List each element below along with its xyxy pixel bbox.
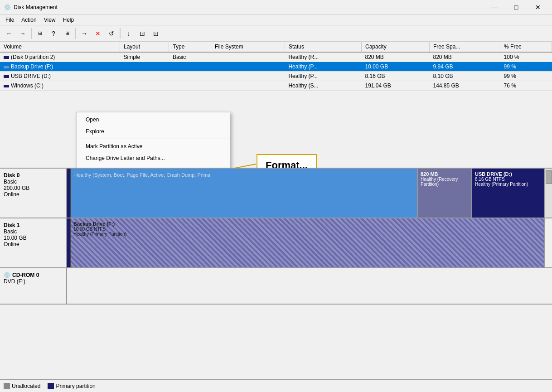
- disk-1-partition-backup[interactable]: Backup Drive (F:) 10.00 GB NTFS Healthy …: [71, 218, 545, 267]
- cell-type: Basic: [169, 52, 211, 62]
- disk-0-partition-usb[interactable]: USB DRIVE (D:) 8.16 GB NTFS Healthy (Pri…: [472, 169, 545, 218]
- legend-unallocated-box: [4, 383, 10, 389]
- cell-fs: [211, 62, 285, 72]
- col-volume[interactable]: Volume: [0, 42, 120, 52]
- disk-0-label: Disk 0 Basic 200.00 GB Online: [0, 169, 67, 218]
- toolbar-btn-10[interactable]: ⊡: [136, 27, 149, 40]
- refresh-button[interactable]: ↺: [105, 27, 118, 40]
- disk-1-partitions: Backup Drive (F:) 10.00 GB NTFS Healthy …: [67, 218, 545, 267]
- toolbar-btn-3[interactable]: ⊞: [34, 27, 46, 40]
- table-row[interactable]: Backup Drive (F:) Healthy (P... 10.00 GB…: [0, 62, 552, 72]
- menu-help[interactable]: Help: [59, 16, 78, 24]
- maximize-button[interactable]: □: [506, 0, 527, 15]
- scroll-placeholder: [545, 218, 552, 267]
- disk-0-partition-c[interactable]: Healthy (System, Boot, Page File, Active…: [71, 169, 418, 218]
- cdrom-scroll-placeholder: [545, 268, 552, 304]
- disk-0-usb-status: Healthy (Primary Partition): [475, 182, 541, 187]
- table-row[interactable]: USB DRIVE (D:) Healthy (P... 8.16 GB 8.1…: [0, 72, 552, 81]
- disk-0-partition-recovery[interactable]: 820 MB Healthy (Recovery Partition): [418, 169, 472, 218]
- cell-volume: USB DRIVE (D:): [0, 72, 120, 81]
- toolbar-sep-3: [120, 28, 121, 39]
- ctx-mark-active[interactable]: Mark Partition as Active: [77, 140, 230, 152]
- window-title: Disk Management: [14, 4, 484, 10]
- cell-free: 820 MB: [429, 52, 500, 62]
- legend-primary-box: [48, 383, 54, 389]
- cell-free: 9.94 GB: [429, 62, 500, 72]
- delete-button[interactable]: ✕: [92, 27, 104, 40]
- app-icon: 💿: [4, 4, 11, 11]
- cell-pct: 76 %: [500, 81, 552, 91]
- cell-volume: Backup Drive (F:): [0, 62, 120, 72]
- cell-free: 144.85 GB: [429, 81, 500, 91]
- cell-status: Healthy (S...: [285, 81, 361, 91]
- toolbar-btn-11[interactable]: ⊡: [150, 27, 162, 40]
- ctx-sep-1: [77, 139, 230, 139]
- cell-layout: [120, 81, 169, 91]
- ctx-format[interactable]: Format...: [77, 164, 230, 169]
- col-status[interactable]: Status: [285, 42, 361, 52]
- cell-volume: (Disk 0 partition 2): [0, 52, 120, 62]
- cell-layout: [120, 72, 169, 81]
- disk-1-name: Disk 1: [4, 222, 63, 228]
- cdrom-name: CD-ROM 0: [12, 272, 39, 278]
- disk-1-backup-size: 10.00 GB NTFS: [73, 227, 541, 232]
- cell-capacity: 820 MB: [361, 52, 429, 62]
- col-type[interactable]: Type: [169, 42, 211, 52]
- col-pct[interactable]: % Free: [500, 42, 552, 52]
- disk-0-recovery-size: 820 MB: [421, 171, 469, 177]
- menu-bar: File Action View Help: [0, 15, 552, 25]
- col-capacity[interactable]: Capacity: [361, 42, 429, 52]
- cell-free: 8.10 GB: [429, 72, 500, 81]
- cell-capacity: 10.00 GB: [361, 62, 429, 72]
- toolbar-sep-2: [75, 28, 76, 39]
- ctx-change-letter[interactable]: Change Drive Letter and Paths...: [77, 152, 230, 164]
- status-bar: Unallocated Primary partition: [0, 379, 552, 392]
- menu-action[interactable]: Action: [18, 16, 40, 24]
- cell-layout: [120, 62, 169, 72]
- cell-fs: [211, 81, 285, 91]
- cdrom-row: 💿 CD-ROM 0 DVD (E:): [0, 268, 552, 305]
- menu-view[interactable]: View: [40, 16, 59, 24]
- col-layout[interactable]: Layout: [120, 42, 169, 52]
- menu-file[interactable]: File: [2, 16, 18, 24]
- volume-table-area: Volume Layout Type File System Status Ca…: [0, 42, 552, 169]
- window-controls: — □ ✕: [484, 0, 548, 15]
- legend-primary: Primary partition: [48, 383, 95, 389]
- disk-0-usb-name: USB DRIVE (D:): [475, 171, 541, 177]
- disk-1-label: Disk 1 Basic 10.00 GB Online: [0, 218, 67, 267]
- col-free[interactable]: Free Spa...: [429, 42, 500, 52]
- table-row[interactable]: (Disk 0 partition 2) Simple Basic Health…: [0, 52, 552, 62]
- disk-0-bluebar: [67, 169, 71, 218]
- toolbar-btn-9[interactable]: ↓: [122, 27, 135, 40]
- table-row[interactable]: Windows (C:) Healthy (S... 191.04 GB 144…: [0, 81, 552, 91]
- title-bar: 💿 Disk Management — □ ✕: [0, 0, 552, 15]
- close-button[interactable]: ✕: [528, 0, 548, 15]
- toolbar-btn-5[interactable]: ⊞: [61, 27, 73, 40]
- format-callout-text: Format...: [266, 160, 308, 169]
- ctx-explore[interactable]: Explore: [77, 126, 230, 137]
- disk-0-recovery-status: Healthy (Recovery Partition): [421, 177, 469, 187]
- minimize-button[interactable]: —: [484, 0, 505, 15]
- forward-button[interactable]: →: [16, 27, 29, 40]
- disk-0-type: Basic: [4, 179, 63, 185]
- cell-type: [169, 81, 211, 91]
- toolbar-sep-1: [31, 28, 32, 39]
- disk-1-backup-name: Backup Drive (F:): [73, 221, 541, 227]
- toolbar-btn-6[interactable]: →: [78, 27, 91, 40]
- legend-unallocated-label: Unallocated: [12, 383, 40, 389]
- disk-1-bluebar: [67, 218, 71, 267]
- cell-pct: 99 %: [500, 72, 552, 81]
- legend-primary-label: Primary partition: [56, 383, 95, 389]
- back-button[interactable]: ←: [3, 27, 15, 40]
- ctx-open[interactable]: Open: [77, 114, 230, 126]
- cell-status: Healthy (R...: [285, 52, 361, 62]
- toolbar: ← → ⊞ ? ⊞ → ✕ ↺ ↓ ⊡ ⊡: [0, 25, 552, 42]
- scrollbar-track[interactable]: [545, 169, 552, 218]
- format-callout: Format...: [257, 154, 317, 169]
- toolbar-btn-4[interactable]: ?: [47, 27, 60, 40]
- cell-capacity: 8.16 GB: [361, 72, 429, 81]
- context-menu: Open Explore Mark Partition as Active Ch…: [76, 112, 230, 169]
- disk-0-name: Disk 0: [4, 172, 63, 179]
- col-fs[interactable]: File System: [211, 42, 285, 52]
- scrollbar-thumb[interactable]: [546, 170, 552, 184]
